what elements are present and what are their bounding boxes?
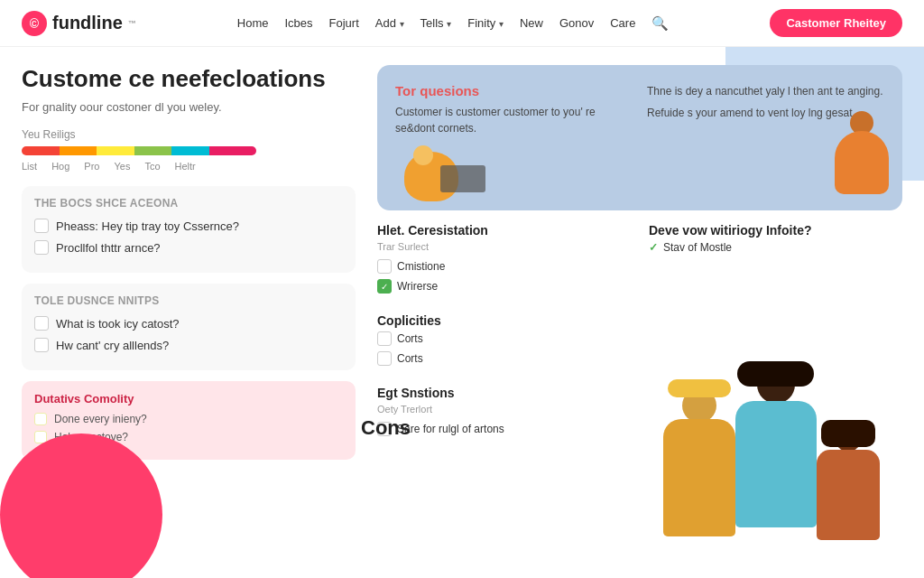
egt-item-1[interactable]: Sare for rulgl of artons: [377, 422, 902, 436]
comp-checkbox-1[interactable]: [377, 331, 392, 346]
nav-gonov[interactable]: Gonov: [559, 16, 594, 30]
comp-label-1: Corts: [397, 332, 423, 345]
checkbox-item-1[interactable]: Pheass: Hey tip tray toy Cssernce?: [34, 219, 343, 233]
search-icon[interactable]: 🔍: [651, 15, 669, 32]
rating-seg-5: [171, 146, 209, 155]
logo-text: fundline: [52, 13, 123, 33]
figure-head-left: [413, 145, 433, 165]
panel-ceresistation: Hlet. Ceresistation Trar Surlect Cmistio…: [377, 223, 631, 299]
panel1-item-1[interactable]: Cmistione: [377, 259, 631, 274]
highlight-label-1: Done every inieny?: [54, 413, 147, 425]
nav-icbes[interactable]: Icbes: [284, 16, 312, 30]
hero-title: Tor quesions: [395, 83, 633, 98]
page-subtitle: For gnality oour costoner dl you weley.: [22, 100, 356, 114]
page-title: Custome ce neefecloations: [22, 65, 356, 93]
hero-illustration-area: [395, 147, 633, 201]
panel1-checkbox-1[interactable]: [377, 259, 392, 274]
panel1-checkbox-2[interactable]: ✓: [377, 279, 392, 294]
panel-deve-vow: Deve vow witiriogy Infoite? ✓ Stav of Mo…: [649, 223, 902, 299]
egt-title: Egt Snstions: [377, 386, 902, 400]
hero-figure-right: [830, 111, 893, 210]
logo-trademark: ™: [128, 19, 136, 28]
egt-label-1: Sare for rulgl of artons: [397, 423, 504, 435]
nav-home[interactable]: Home: [237, 16, 269, 30]
nav-care[interactable]: Care: [610, 16, 635, 30]
highlight-title: Dutativs Comolity: [34, 392, 343, 406]
rating-seg-6: [209, 146, 256, 155]
rating-seg-1: [22, 146, 60, 155]
comp-checkbox-2[interactable]: [377, 351, 392, 366]
highlight-item-1[interactable]: Done every inieny?: [34, 413, 343, 425]
rating-label-6: Heltr: [175, 161, 196, 172]
checkbox-label-2: Procllfol thttr arnce?: [56, 241, 161, 255]
checkbox-item-4[interactable]: Hw cant' cry alllends?: [34, 338, 343, 352]
nav-add[interactable]: Add ▾: [375, 16, 404, 30]
rating-seg-2: [60, 146, 97, 155]
rating-seg-3: [97, 146, 134, 155]
figure-body-right: [835, 131, 889, 194]
checkbox-1[interactable]: [34, 219, 49, 233]
rating-label: Yeu Reiligs: [22, 128, 356, 141]
hero-right: Thne is dey a nancuthet yaly l then ant …: [647, 83, 884, 201]
section1-title: The bocs Shce Aceona: [34, 197, 343, 210]
bottom-panels: Hlet. Ceresistation Trar Surlect Cmistio…: [377, 223, 902, 299]
nav-finity[interactable]: Finity ▾: [467, 16, 504, 30]
hero-left-text: Customer is customer customer to you' re…: [395, 104, 633, 136]
checkbox-4[interactable]: [34, 338, 49, 352]
egt-snstions-section: Egt Snstions Oety Trerlort Sare for rulg…: [377, 386, 902, 442]
check-green-icon: ✓: [649, 241, 658, 254]
panel1-title: Hlet. Ceresistation: [377, 223, 631, 238]
logo-icon: ©: [22, 11, 47, 36]
panel2-title: Deve vow witiriogy Infoite?: [649, 223, 902, 238]
rating-bar: [22, 146, 256, 155]
checkbox-item-3[interactable]: What is took icy catost?: [34, 316, 343, 331]
complication-item-1[interactable]: Corts: [377, 331, 902, 346]
left-column: Custome ce neefecloations For gnality oo…: [22, 65, 356, 471]
logo[interactable]: © fundline ™: [22, 11, 136, 36]
checkbox-3[interactable]: [34, 316, 49, 331]
complication-item-2[interactable]: Corts: [377, 351, 902, 366]
nav-fojurt[interactable]: Fojurt: [329, 16, 359, 30]
comp-label-2: Corts: [397, 352, 423, 365]
rating-seg-4: [134, 146, 172, 155]
panel2-check-row: ✓ Stav of Mostle: [649, 241, 902, 254]
panel1-label-2: Wrirerse: [397, 280, 438, 293]
finity-dropdown-arrow: ▾: [499, 19, 504, 29]
right-column: Tor quesions Customer is customer custom…: [377, 65, 902, 471]
panel2-check-item: Stav of Mostle: [663, 241, 732, 254]
cons-text: Cons: [361, 416, 411, 440]
rating-label-5: Tco: [144, 161, 160, 172]
add-dropdown-arrow: ▾: [400, 19, 404, 29]
cta-button[interactable]: Castomer Rheitey: [770, 9, 902, 37]
nav-links: Home Icbes Fojurt Add ▾ Tells ▾ Finity ▾…: [237, 15, 670, 32]
hero-right-text1: Thne is dey a nancuthet yaly l then ant …: [647, 83, 884, 99]
rating-labels: List Hog Pro Yes Tco Heltr: [22, 161, 356, 172]
checkbox-item-2[interactable]: Procllfol thttr arnce?: [34, 240, 343, 255]
nav-tells[interactable]: Tells ▾: [420, 16, 452, 30]
main-content: Custome ce neefecloations For gnality oo…: [0, 47, 924, 471]
complications-section: Coplicities Corts Corts: [377, 313, 902, 371]
panel1-item-2[interactable]: ✓ Wrirerse: [377, 279, 631, 294]
checkbox-label-3: What is took icy catost?: [56, 317, 180, 331]
highlight-dot-1: [34, 413, 47, 425]
hero-left: Tor quesions Customer is customer custom…: [395, 83, 633, 201]
section-card-2: Tole Dusnce Nnitps What is took icy cato…: [22, 284, 356, 370]
navbar: © fundline ™ Home Icbes Fojurt Add ▾ Tel…: [0, 0, 924, 47]
checkbox-label-1: Pheass: Hey tip tray toy Cssernce?: [56, 219, 239, 233]
complications-title: Coplicities: [377, 313, 902, 328]
checkbox-label-4: Hw cant' cry alllends?: [56, 339, 169, 352]
hero-card: Tor quesions Customer is customer custom…: [377, 65, 902, 210]
section2-title: Tole Dusnce Nnitps: [34, 294, 343, 307]
nav-new[interactable]: New: [520, 16, 543, 30]
egt-subtitle: Oety Trerlort: [377, 404, 902, 415]
rating-label-2: Hog: [51, 161, 69, 172]
panel1-label-1: Cmistione: [397, 260, 445, 273]
section-card-1: The bocs Shce Aceona Pheass: Hey tip tra…: [22, 186, 356, 273]
rating-label-3: Pro: [84, 161, 99, 172]
rating-label-4: Yes: [114, 161, 130, 172]
rating-label-1: List: [22, 161, 37, 172]
panel1-subtitle: Trar Surlect: [377, 241, 631, 252]
checkbox-2[interactable]: [34, 240, 49, 255]
laptop-icon: [440, 165, 485, 192]
tells-dropdown-arrow: ▾: [447, 19, 451, 29]
